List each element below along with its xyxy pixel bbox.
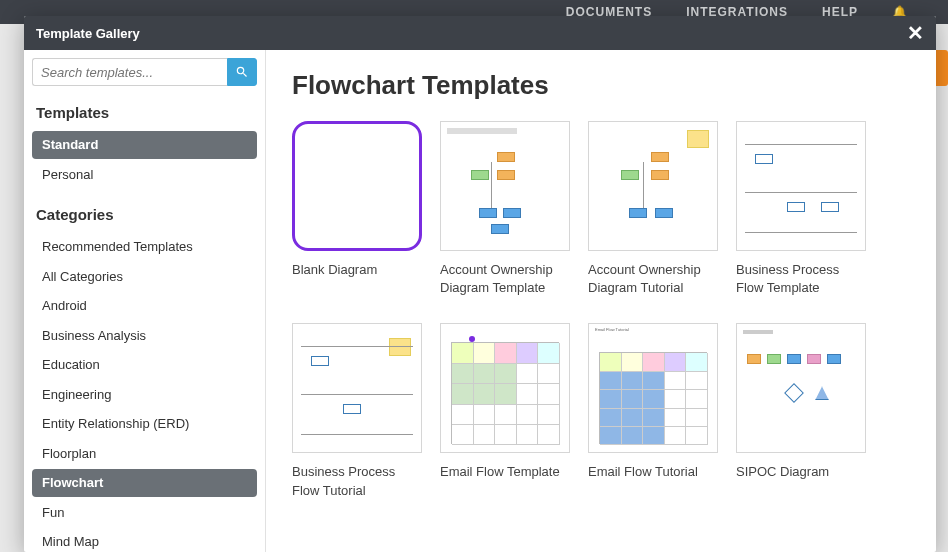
category-item[interactable]: Flowchart (32, 469, 257, 497)
category-item[interactable]: Recommended Templates (32, 233, 257, 261)
template-thumbnail: Email Flow Tutorial (588, 323, 718, 453)
template-label: Account Ownership Diagram Tutorial (588, 261, 718, 297)
category-item[interactable]: All Categories (32, 263, 257, 291)
template-card[interactable]: Account Ownership Diagram Tutorial (588, 121, 718, 297)
category-item[interactable]: Mind Map (32, 528, 257, 552)
template-card[interactable]: Email Flow Template (440, 323, 570, 499)
modal-title: Template Gallery (36, 26, 140, 41)
template-gallery-modal: Template Gallery ✕ Templates StandardPer… (24, 16, 936, 552)
category-item[interactable]: Android (32, 292, 257, 320)
search-input[interactable] (32, 58, 227, 86)
search-button[interactable] (227, 58, 257, 86)
category-item[interactable]: Business Analysis (32, 322, 257, 350)
modal-body: Templates StandardPersonal Categories Re… (24, 50, 936, 552)
template-thumbnail (440, 121, 570, 251)
sidebar: Templates StandardPersonal Categories Re… (24, 50, 266, 552)
template-card[interactable]: Email Flow TutorialEmail Flow Tutorial (588, 323, 718, 499)
template-label: SIPOC Diagram (736, 463, 866, 481)
template-label: Business Process Flow Tutorial (292, 463, 422, 499)
templates-heading: Templates (36, 104, 257, 121)
template-thumbnail (736, 323, 866, 453)
category-item[interactable]: Floorplan (32, 440, 257, 468)
close-icon[interactable]: ✕ (907, 23, 924, 43)
template-thumbnail (292, 323, 422, 453)
content-title: Flowchart Templates (292, 70, 910, 101)
template-label: Blank Diagram (292, 261, 422, 279)
template-card[interactable]: Business Process Flow Template (736, 121, 866, 297)
template-grid: Blank DiagramAccount Ownership Diagram T… (292, 121, 910, 500)
template-card[interactable]: Blank Diagram (292, 121, 422, 297)
template-thumbnail (588, 121, 718, 251)
template-card[interactable]: Business Process Flow Tutorial (292, 323, 422, 499)
search-row (32, 58, 257, 86)
category-item[interactable]: Fun (32, 499, 257, 527)
template-card[interactable]: SIPOC Diagram (736, 323, 866, 499)
categories-heading: Categories (36, 206, 257, 223)
category-item[interactable]: Education (32, 351, 257, 379)
search-icon (235, 65, 249, 79)
template-card[interactable]: Account Ownership Diagram Template (440, 121, 570, 297)
template-thumbnail (292, 121, 422, 251)
template-label: Business Process Flow Template (736, 261, 866, 297)
template-tab-personal[interactable]: Personal (32, 161, 257, 189)
template-thumbnail (440, 323, 570, 453)
modal-header: Template Gallery ✕ (24, 16, 936, 50)
content-area: Flowchart Templates Blank DiagramAccount… (266, 50, 936, 552)
template-label: Email Flow Tutorial (588, 463, 718, 481)
category-item[interactable]: Engineering (32, 381, 257, 409)
template-label: Account Ownership Diagram Template (440, 261, 570, 297)
template-thumbnail (736, 121, 866, 251)
template-label: Email Flow Template (440, 463, 570, 481)
category-item[interactable]: Entity Relationship (ERD) (32, 410, 257, 438)
template-tab-standard[interactable]: Standard (32, 131, 257, 159)
